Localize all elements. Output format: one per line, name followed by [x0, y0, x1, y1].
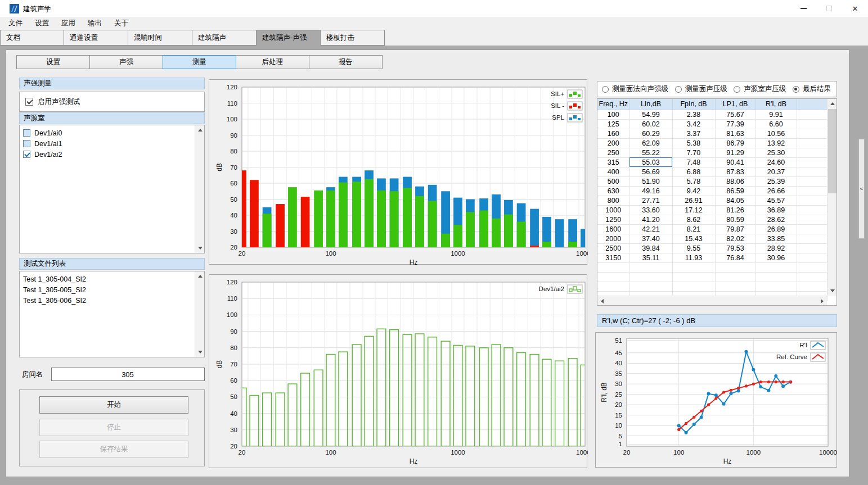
table-cell[interactable]: 6.60: [755, 119, 797, 129]
sub-tab-3[interactable]: 后处理: [236, 55, 309, 69]
table-cell[interactable]: 60.29: [629, 129, 672, 138]
table-cell[interactable]: 37.40: [629, 234, 672, 243]
table-vertical-scrollbar[interactable]: [827, 99, 836, 296]
scroll-down-icon[interactable]: [195, 243, 205, 253]
radio-icon[interactable]: [734, 86, 740, 93]
table-row[interactable]: 20062.095.3886.7913.92: [597, 138, 827, 148]
menu-item-2[interactable]: 应用: [55, 17, 82, 30]
minimize-button[interactable]: [790, 0, 816, 17]
table-cell[interactable]: 35.11: [629, 253, 672, 262]
table-cell[interactable]: [797, 215, 827, 224]
file-list-scrollbar[interactable]: [195, 271, 204, 357]
table-row[interactable]: 250039.849.5579.5328.92: [597, 243, 827, 253]
table-cell[interactable]: 80.59: [715, 215, 755, 224]
table-cell[interactable]: 28.62: [755, 215, 797, 224]
table-cell[interactable]: 45.57: [755, 196, 797, 205]
table-cell[interactable]: 86.59: [715, 186, 755, 196]
table-cell[interactable]: 82.02: [715, 234, 755, 243]
table-cell[interactable]: 125: [597, 119, 629, 129]
table-row[interactable]: 200037.4015.4382.0233.85: [597, 234, 827, 243]
radio-option-1[interactable]: 测量面声压级: [675, 84, 727, 94]
table-cell[interactable]: 20.37: [755, 167, 797, 176]
table-row[interactable]: 63049.169.4286.5926.66: [597, 186, 827, 196]
table-cell[interactable]: 90.41: [715, 157, 755, 167]
sub-tab-0[interactable]: 设置: [16, 55, 90, 69]
table-cell[interactable]: 55.03: [629, 157, 672, 167]
table-cell[interactable]: 3.37: [672, 129, 715, 138]
scroll-left-icon[interactable]: [597, 296, 607, 306]
table-cell[interactable]: 9.55: [672, 243, 715, 253]
radio-icon[interactable]: [675, 86, 682, 93]
table-cell[interactable]: [797, 129, 827, 138]
sub-tab-4[interactable]: 报告: [309, 55, 383, 69]
doc-tab-3[interactable]: 建筑隔声: [192, 30, 257, 46]
table-row[interactable]: 125041.208.6280.5928.62: [597, 215, 827, 224]
radio-option-3[interactable]: 最后结果: [793, 84, 831, 94]
doc-tab-1[interactable]: 通道设置: [64, 30, 128, 46]
table-cell[interactable]: 62.09: [629, 138, 672, 148]
table-row[interactable]: 40056.696.8887.8320.37: [597, 167, 827, 176]
table-cell[interactable]: 86.79: [715, 138, 755, 148]
sub-tab-2[interactable]: 测量: [163, 55, 236, 69]
device-item-2[interactable]: Dev1/ai2: [23, 149, 195, 160]
table-cell[interactable]: 26.89: [755, 224, 797, 234]
table-cell[interactable]: 8.62: [672, 215, 715, 224]
table-row[interactable]: 25055.227.7091.2925.30: [597, 148, 827, 157]
table-cell[interactable]: 11.93: [672, 253, 715, 262]
table-cell[interactable]: 6.88: [672, 167, 715, 176]
table-cell[interactable]: 27.71: [629, 196, 672, 205]
table-cell[interactable]: 3.42: [672, 119, 715, 129]
test-file-item-2[interactable]: Test 1_305-006_SI2: [23, 295, 195, 306]
scroll-down-icon[interactable]: [827, 286, 837, 296]
table-cell[interactable]: 30.96: [755, 253, 797, 262]
table-cell[interactable]: 25.39: [755, 176, 797, 186]
radio-option-0[interactable]: 测量面法向声强级: [602, 84, 668, 94]
room-name-input[interactable]: [51, 368, 205, 381]
table-cell[interactable]: [797, 176, 827, 186]
table-cell[interactable]: 87.83: [715, 167, 755, 176]
device-checkbox[interactable]: [23, 151, 30, 158]
table-row[interactable]: 50051.905.7888.0625.39: [597, 176, 827, 186]
table-cell[interactable]: 800: [597, 196, 629, 205]
table-cell[interactable]: 56.69: [629, 167, 672, 176]
table-cell[interactable]: [797, 138, 827, 148]
menu-item-4[interactable]: 关于: [108, 17, 134, 30]
table-cell[interactable]: [797, 224, 827, 234]
radio-icon[interactable]: [793, 86, 799, 93]
table-row[interactable]: 12560.023.4277.396.60: [597, 119, 827, 129]
table-cell[interactable]: 400: [597, 167, 629, 176]
table-cell[interactable]: [797, 205, 827, 215]
table-cell[interactable]: 1250: [597, 215, 629, 224]
table-cell[interactable]: 630: [597, 186, 629, 196]
table-cell[interactable]: [797, 167, 827, 176]
device-checkbox[interactable]: [23, 140, 30, 147]
table-cell[interactable]: 91.29: [715, 148, 755, 157]
table-cell[interactable]: [797, 196, 827, 205]
table-row[interactable]: 80027.7126.9184.0545.57: [597, 196, 827, 205]
table-cell[interactable]: 54.99: [629, 110, 672, 119]
table-cell[interactable]: [797, 243, 827, 253]
table-cell[interactable]: 77.39: [715, 119, 755, 129]
collapse-panel-handle[interactable]: <: [858, 139, 865, 239]
table-cell[interactable]: 33.60: [629, 205, 672, 215]
table-cell[interactable]: 76.84: [715, 253, 755, 262]
menu-item-0[interactable]: 文件: [2, 17, 29, 30]
table-cell[interactable]: 250: [597, 148, 629, 157]
table-cell[interactable]: 2.38: [672, 110, 715, 119]
doc-tab-2[interactable]: 混响时间: [128, 30, 192, 46]
radio-icon[interactable]: [602, 86, 609, 93]
table-cell[interactable]: 1000: [597, 205, 629, 215]
table-cell[interactable]: 9.91: [755, 110, 797, 119]
table-cell[interactable]: 100: [597, 110, 629, 119]
maximize-button[interactable]: [816, 0, 842, 17]
table-cell[interactable]: 55.22: [629, 148, 672, 157]
menu-item-1[interactable]: 设置: [29, 17, 55, 30]
table-horizontal-scrollbar[interactable]: [597, 296, 827, 305]
table-cell[interactable]: 8.21: [672, 224, 715, 234]
table-cell[interactable]: 7.48: [672, 157, 715, 167]
table-cell[interactable]: 28.92: [755, 243, 797, 253]
table-cell[interactable]: 33.85: [755, 234, 797, 243]
doc-tab-4[interactable]: 建筑隔声-声强: [257, 30, 321, 46]
table-cell[interactable]: [797, 119, 827, 129]
table-cell[interactable]: 24.60: [755, 157, 797, 167]
